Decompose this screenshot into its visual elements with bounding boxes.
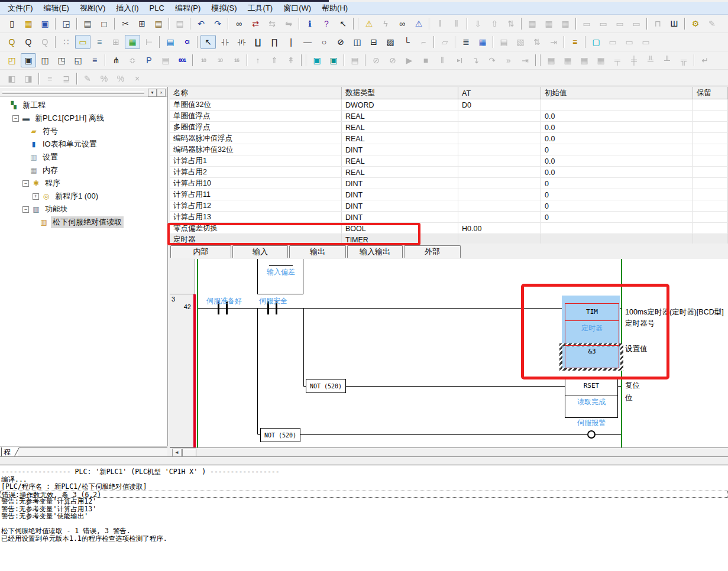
output-line-10[interactable]: 已经用设置到单元版本1.1的程序检查选项检测了程序. [0,535,728,543]
pane-dropdown-button[interactable]: ▾ [148,89,157,97]
output-coil[interactable] [587,430,596,439]
tim-instruction-box[interactable]: TIM 定时器 &3 [565,303,619,368]
column-header[interactable]: 初始值 [541,87,693,99]
coil-nc-tool-button[interactable]: ⊘ [333,35,348,49]
select-tool-button[interactable]: ↖ [200,35,216,49]
horizontal-line-tool-button[interactable]: — [300,35,315,49]
table-row[interactable]: 计算占用12DINT0 [170,200,728,212]
pane-grip[interactable] [2,91,144,94]
line-connect-tool-button[interactable]: └ [399,35,415,49]
save-file-button[interactable]: ▣ [37,17,53,31]
undo-button[interactable]: ↶ [193,17,209,31]
contact-or-no-tool-button[interactable]: ∐ [250,35,266,49]
pane-splitter[interactable] [0,456,728,466]
previous-rung-instruction-box[interactable]: 输入偏差 [257,259,303,294]
output-line-5[interactable]: 警告:无参考变量'计算占用12' [0,498,728,505]
cross-ref-window-button[interactable]: ◫ [37,53,53,67]
fb-library-button[interactable]: ◰ [4,53,20,67]
ladder-grid-colors-button[interactable]: ▦ [125,35,140,49]
coil-tool-button[interactable]: ○ [316,35,332,49]
output-line-7[interactable]: 警告:无参考变量'使能输出' [0,512,728,520]
menu-item-7[interactable]: 模拟(S) [206,2,242,15]
properties-button[interactable]: ≡ [87,53,102,67]
menu-item-1[interactable]: 文件(F) [2,2,38,15]
column-header[interactable]: AT [458,87,541,99]
expand-icon[interactable]: + [33,193,39,200]
instruction-not-tool-button[interactable]: ▨ [383,35,398,49]
table-row[interactable]: 定时器TIMER [170,234,728,244]
output-line-6[interactable]: 警告:无参考变量'计算占用13' [0,505,728,513]
find-warning-button[interactable]: ∞ [394,17,410,31]
collapse-icon[interactable]: − [22,180,29,187]
replace-button[interactable]: ⇄ [248,17,263,31]
address-increment-button[interactable]: ▦ [475,35,490,49]
tree-item-6[interactable]: ▦内存 [0,164,167,177]
watch-window-button[interactable]: ▢ [588,35,604,49]
tree-item-1[interactable]: ▚新工程 [0,99,167,112]
grid-toggle-button[interactable]: ∷ [59,35,74,49]
collapse-icon[interactable]: − [22,206,29,213]
tree-item-10[interactable]: ▥松下伺服绝对值读取 [0,216,167,229]
cut-button[interactable]: ✂ [118,17,133,31]
online-edit-button[interactable]: ⚙ [688,17,703,31]
contact-servo-ready-label[interactable]: 伺服准备好 [199,296,250,306]
table-row[interactable]: 单圈值浮点REAL0.0 [170,111,728,122]
table-row[interactable]: 计算占用1REAL0.0 [170,155,728,167]
redo-button[interactable]: ↷ [210,17,225,31]
tree-item-7[interactable]: −✱程序 [0,177,167,190]
contact-servo-safe-label[interactable]: 伺服安全 [248,296,299,306]
tree-item-3[interactable]: ▰符号 [0,125,167,138]
tab-输入输出[interactable]: 输入输出 [347,245,403,258]
table-row[interactable]: 计算占用2REAL0.0 [170,167,728,178]
zoom-in-button[interactable]: Q [21,35,36,49]
about-button[interactable]: ℹ [302,17,318,31]
menu-item-4[interactable]: 插入(I) [111,2,144,15]
not-instruction-box[interactable]: NOT (520) [260,428,300,442]
new-file-button[interactable]: ▯ [4,17,20,31]
menu-item-6[interactable]: 编程(P) [170,2,206,15]
help-button[interactable]: ? [319,17,334,31]
menu-item-8[interactable]: 工具(T) [242,2,279,15]
menu-item-3[interactable]: 视图(V) [75,2,111,15]
table-row[interactable]: 计算占用10DINT0 [170,178,728,189]
filter-warning-button[interactable]: ⚠ [411,17,426,31]
menu-item-10[interactable]: 帮助(H) [316,2,353,15]
output-line-3[interactable]: [PLC/程序名 : 新PLC1/松下伺服绝对值读取] [0,483,728,491]
table-row[interactable]: 多圈值浮点REAL0.0 [170,122,728,133]
pane-close-button[interactable]: × [157,89,166,97]
program-check-button[interactable]: P [141,53,157,67]
open-file-button[interactable]: ▦ [21,17,36,31]
vertical-line-tool-button[interactable]: | [283,35,299,49]
table-row[interactable]: 单圈值32位DWORDD0 [170,99,728,111]
new-ladder-window-button[interactable]: ▣ [21,53,36,67]
tab-外部[interactable]: 外部 [404,245,461,258]
menu-item-9[interactable]: 窗口(W) [278,2,316,15]
contact-no-tool-button[interactable]: ┤├ [217,35,232,49]
rset-instruction-box[interactable]: RSET 读取完成 [565,378,618,418]
cross-reference-button[interactable]: ⋔ [108,53,124,67]
tab-内部[interactable]: 内部 [170,245,231,258]
program-list-button[interactable]: ≣ [458,35,474,49]
menu-item-2[interactable]: 编辑(E) [38,2,75,15]
output-line-4[interactable]: 错误:操作数无效, 条 3 (6,2) [0,491,728,498]
column-header[interactable]: 数据类型 [342,87,458,99]
show-symbol-comments-button[interactable]: ▭ [75,35,90,49]
address-ref-window-button[interactable]: ◳ [54,53,69,67]
time-chart-button[interactable]: Ш [666,17,682,31]
zoom-fit-button[interactable]: Q [4,35,20,49]
output-line-1[interactable]: ----------------- PLC: '新PLC1' (PLC机型 'C… [0,468,728,476]
column-header[interactable]: 保留 [693,87,728,99]
auto-online-button[interactable]: ▣ [326,53,341,67]
tree-item-2[interactable]: −▬新PLC1[CP1H] 离线 [0,112,167,125]
menu-item-5[interactable]: PLC [144,2,170,14]
output-line-9[interactable]: 松下伺服绝对值读取 - 1 错误, 3 警告. [0,527,728,535]
tab-输出[interactable]: 输出 [289,245,346,258]
table-row[interactable]: 零点偏差切换BOOLH0.00 [170,223,728,234]
instruction-set-tool-button[interactable]: ⊟ [366,35,381,49]
find-button[interactable]: ∞ [231,17,247,31]
binary-monitor-button[interactable]: 001 [174,53,190,67]
print-preview-button[interactable]: ◻ [96,17,112,31]
print-button[interactable]: ▤ [80,17,95,31]
coil-servo-alarm-label[interactable]: 伺服报警 [568,418,615,428]
compile-check-button[interactable]: ⚠ [361,17,377,31]
